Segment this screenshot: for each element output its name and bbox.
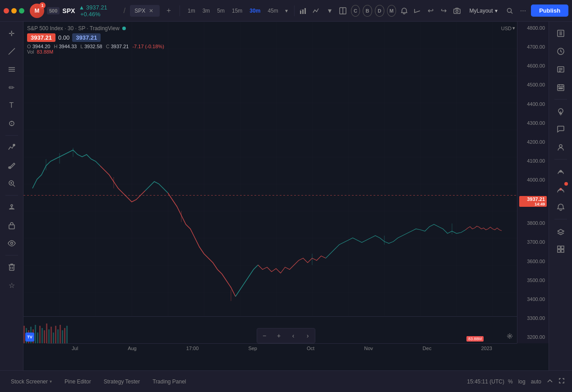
price-3800: 3800.00 (519, 220, 547, 226)
tf-45m[interactable]: 45m (264, 6, 281, 16)
chart-type-btn[interactable] (298, 4, 309, 18)
svg-rect-58 (60, 325, 61, 343)
pencil-tool[interactable]: ✏ (4, 79, 20, 96)
snapshot-btn[interactable] (452, 4, 462, 18)
separator2 (294, 5, 295, 16)
eye-tool[interactable] (4, 235, 20, 251)
tf-15m[interactable]: 15m (229, 6, 245, 16)
svg-line-10 (9, 48, 15, 55)
tab-close-icon[interactable]: ✕ (147, 7, 155, 15)
zoom-out-btn[interactable]: − (258, 329, 271, 342)
layout-selector[interactable]: MyLayout ▾ (465, 6, 502, 16)
chat-btn[interactable] (553, 121, 569, 137)
brush-tool[interactable] (4, 157, 20, 173)
svg-rect-47 (35, 325, 36, 343)
indicators-btn[interactable] (311, 4, 322, 18)
clock-btn[interactable] (553, 43, 569, 59)
layers-btn[interactable] (553, 223, 569, 239)
pine-editor-tab[interactable]: Pine Editor (59, 376, 97, 387)
svg-point-16 (13, 144, 15, 146)
patterns-tool[interactable] (4, 139, 20, 155)
symbol-price-change: ▲ 3937.21 +0.46% (78, 4, 119, 18)
replay-btn[interactable] (412, 4, 422, 18)
signal-btn[interactable] (553, 163, 569, 179)
zoom-in-btn[interactable]: + (272, 329, 285, 342)
zoom-tool[interactable] (4, 175, 20, 191)
alerts-btn[interactable] (399, 4, 409, 18)
rp-sep1 (554, 99, 567, 100)
avatar[interactable]: M 1 (30, 4, 44, 18)
chart-tab[interactable]: SPX ✕ (130, 5, 160, 17)
svg-rect-30 (23, 22, 517, 343)
ohlc-row: 3937.21 0.00 3937.21 (27, 33, 164, 42)
svg-line-19 (13, 185, 15, 187)
news-btn[interactable] (553, 61, 569, 77)
left-toolbar: ✛ ✏ T (0, 22, 23, 370)
m-btn[interactable]: M (387, 5, 397, 17)
add-tab-btn[interactable]: ＋ (162, 5, 175, 16)
text-tool[interactable]: T (4, 97, 20, 114)
alerts-panel-btn[interactable] (553, 199, 569, 215)
svg-rect-26 (9, 265, 14, 270)
undo-btn[interactable]: ↩ (425, 4, 436, 18)
tf-3m[interactable]: 3m (199, 6, 213, 16)
auto-toggle[interactable]: auto (529, 377, 543, 387)
close-window-btn[interactable] (4, 8, 9, 14)
svg-rect-0 (300, 11, 301, 14)
price-axis: 4800.00 4700.00 4600.00 4500.00 4400.00 … (517, 22, 549, 343)
b-btn[interactable]: B (363, 5, 372, 17)
strategy-tester-tab[interactable]: Strategy Tester (98, 376, 145, 387)
calendar-btn[interactable] (553, 79, 569, 96)
svg-rect-53 (48, 329, 50, 343)
data-window-btn[interactable] (553, 241, 569, 257)
search-btn[interactable] (505, 4, 515, 18)
publish-button[interactable]: Publish (531, 5, 568, 17)
crosshair-tool[interactable]: ✛ (4, 25, 20, 41)
chart-container[interactable]: S&P 500 Index · 30 · SP · TradingView 39… (23, 22, 549, 370)
svg-rect-88 (561, 250, 564, 252)
tf-30m[interactable]: 30m (246, 6, 263, 16)
redo-btn[interactable]: ↪ (438, 4, 449, 18)
topbar: M 1 500 SPX ▲ 3937.21 +0.46% / SPX ✕ ＋ 1… (0, 0, 572, 22)
tf-5m[interactable]: 5m (214, 6, 228, 16)
svg-point-80 (558, 109, 563, 113)
broadcast-btn[interactable] (553, 181, 569, 197)
ideas-btn[interactable] (553, 103, 569, 119)
collapse-panel-btn[interactable] (545, 376, 555, 387)
chart-settings-btn[interactable] (503, 330, 516, 342)
svg-rect-55 (53, 333, 54, 343)
d-btn[interactable]: D (375, 5, 384, 17)
log-toggle[interactable]: log (517, 377, 527, 387)
maximize-window-btn[interactable] (19, 8, 24, 14)
price-4100: 4100.00 (519, 158, 547, 164)
symbol-name[interactable]: SPX (62, 7, 75, 14)
minimize-window-btn[interactable] (11, 8, 17, 14)
watchlist-btn[interactable] (553, 25, 569, 41)
star-tool[interactable]: ☆ (4, 277, 20, 293)
scroll-left-btn[interactable]: ‹ (287, 329, 300, 342)
svg-rect-85 (558, 246, 560, 249)
layout-btn[interactable] (337, 4, 348, 18)
shapes-tool[interactable] (4, 115, 20, 132)
percent-toggle[interactable]: % (506, 377, 515, 387)
lock-tool[interactable] (4, 217, 20, 233)
svg-rect-57 (57, 329, 59, 343)
fullscreen-panel-btn[interactable] (557, 376, 567, 387)
compare-btn[interactable]: C (351, 5, 360, 17)
indicators-dropdown[interactable]: ▾ (324, 4, 335, 18)
trash-tool[interactable] (4, 259, 20, 275)
currency-label[interactable]: USD ▾ (501, 25, 515, 31)
hlines-tool[interactable] (4, 61, 20, 77)
more-btn[interactable]: ··· (518, 4, 528, 18)
tf-1m[interactable]: 1m (185, 6, 198, 16)
price-4500: 4500.00 (519, 82, 547, 87)
scroll-right-btn[interactable]: › (301, 329, 314, 342)
rp-sep3 (554, 219, 567, 219)
stock-screener-tab[interactable]: Stock Screener ▾ (5, 376, 57, 387)
community-btn[interactable] (553, 139, 569, 155)
line-tool[interactable] (4, 43, 20, 59)
svg-rect-50 (42, 328, 43, 343)
anchor-tool[interactable] (4, 199, 20, 215)
tf-dropdown[interactable]: ▾ (282, 6, 291, 16)
trading-panel-tab[interactable]: Trading Panel (147, 376, 191, 387)
